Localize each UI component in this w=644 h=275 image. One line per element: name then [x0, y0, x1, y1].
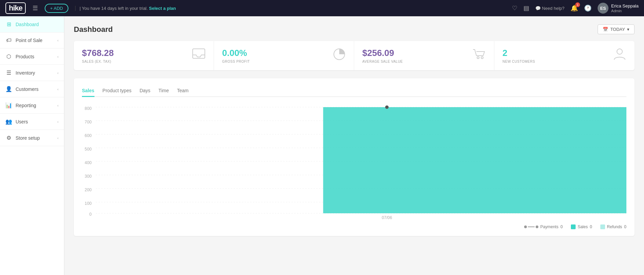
user-menu[interactable]: ES Erica Seppala Admin	[598, 3, 639, 14]
add-button[interactable]: + ADD	[45, 4, 68, 13]
main-content: Dashboard 📅 TODAY ▾ $768.28 SALES (EX. T…	[64, 16, 644, 275]
customers-icon: 👤	[5, 86, 12, 92]
sales-bar	[323, 107, 626, 213]
tab-time[interactable]: Time	[158, 85, 169, 97]
tab-days[interactable]: Days	[139, 85, 150, 97]
sidebar-label: Customers	[16, 86, 54, 92]
legend-refunds: Refunds 0	[600, 224, 626, 229]
sales-chart: 800 700 600 500 400 300 200 100 0	[82, 104, 626, 219]
menu-toggle-icon[interactable]: ☰	[33, 4, 38, 12]
sales-legend-square	[571, 224, 576, 229]
pos-icon: 🏷	[5, 37, 12, 43]
refunds-legend-square	[600, 224, 605, 229]
stat-card-avg-sale: $256.09 AVERAGE SALE VALUE	[354, 41, 494, 70]
sidebar-item-reporting[interactable]: 📊 Reporting ‹	[0, 97, 64, 114]
chart-tabs: Sales Product types Days Time Team	[82, 85, 626, 97]
app-logo: hike	[5, 2, 26, 14]
svg-text:100: 100	[85, 201, 92, 206]
gross-profit-label: GROSS PROFIT	[222, 60, 250, 63]
sidebar-item-products[interactable]: ⬡ Products ‹	[0, 48, 64, 65]
stat-card-new-customers: 2 NEW CUSTOMERS	[494, 41, 635, 70]
gross-profit-value: 0.00%	[222, 48, 250, 58]
sidebar-label: Point of Sale	[16, 38, 54, 43]
data-point	[385, 105, 389, 109]
sidebar-item-dashboard[interactable]: ⊞ Dashboard	[0, 16, 64, 33]
svg-text:0: 0	[89, 212, 92, 217]
svg-text:07/06: 07/06	[382, 215, 392, 219]
sales-legend-label: Sales	[578, 224, 588, 229]
stat-card-gross-profit: 0.00% GROSS PROFIT	[214, 41, 354, 70]
notification-badge: 1	[575, 2, 580, 7]
payments-legend-dot2	[536, 225, 538, 228]
sidebar-label: Inventory	[16, 70, 54, 76]
favorites-icon[interactable]: ♡	[512, 4, 517, 12]
svg-point-2	[477, 57, 479, 59]
svg-text:800: 800	[85, 106, 92, 111]
sidebar: ⊞ Dashboard 🏷 Point of Sale ‹ ⬡ Products…	[0, 16, 64, 275]
sales-legend-value: 0	[590, 224, 592, 229]
inbox-icon	[192, 48, 206, 63]
messages-icon[interactable]: ▤	[523, 4, 529, 12]
trial-notice: | You have 14 days left in your trial. S…	[75, 6, 176, 11]
help-chat-icon: 💬	[535, 6, 541, 11]
tab-sales[interactable]: Sales	[82, 85, 94, 97]
refunds-legend-label: Refunds	[607, 224, 622, 229]
date-picker-button[interactable]: 📅 TODAY ▾	[598, 24, 635, 34]
username: Erica Seppala	[611, 3, 639, 9]
sidebar-label: Reporting	[16, 103, 54, 108]
help-button[interactable]: 💬 Need help?	[535, 6, 565, 11]
svg-text:300: 300	[85, 174, 92, 179]
page-title: Dashboard	[74, 25, 113, 34]
main-header: Dashboard 📅 TODAY ▾	[74, 24, 635, 34]
chevron-icon: ‹	[57, 55, 59, 59]
sidebar-item-inventory[interactable]: ☰ Inventory ‹	[0, 65, 64, 81]
avg-sale-label: AVERAGE SALE VALUE	[362, 60, 403, 63]
avg-sale-value: $256.09	[362, 48, 403, 58]
person-icon	[613, 48, 626, 63]
avatar: ES	[598, 3, 608, 14]
clock-icon[interactable]: 🕐	[584, 4, 592, 12]
user-role: Admin	[611, 9, 639, 13]
chevron-icon: ‹	[57, 136, 59, 140]
new-customers-value: 2	[502, 48, 535, 58]
chevron-icon: ‹	[57, 103, 59, 107]
top-navigation: hike ☰ + ADD | You have 14 days left in …	[0, 0, 644, 16]
new-customers-label: NEW CUSTOMERS	[502, 60, 535, 63]
store-setup-icon: ⚙	[5, 135, 12, 141]
notifications-icon[interactable]: 🔔 1	[571, 4, 578, 12]
payments-legend-dot	[524, 225, 527, 228]
svg-text:200: 200	[85, 188, 92, 192]
users-icon: 👥	[5, 118, 12, 125]
sidebar-label: Dashboard	[16, 22, 59, 27]
chevron-icon: ‹	[57, 38, 59, 42]
legend-sales: Sales 0	[571, 224, 592, 229]
sales-label: SALES (EX. TAX)	[82, 60, 114, 63]
chart-section: Sales Product types Days Time Team 800 7…	[74, 78, 635, 236]
sidebar-item-users[interactable]: 👥 Users ‹	[0, 114, 64, 130]
chevron-icon: ‹	[57, 71, 59, 75]
svg-text:500: 500	[85, 147, 92, 152]
cart-icon	[472, 48, 486, 63]
chevron-icon: ‹	[57, 120, 59, 124]
dashboard-icon: ⊞	[5, 21, 12, 27]
stat-card-sales: $768.28 SALES (EX. TAX)	[74, 41, 214, 70]
chart-container: 800 700 600 500 400 300 200 100 0	[82, 104, 626, 220]
tab-product-types[interactable]: Product types	[103, 85, 132, 97]
sidebar-label: Store setup	[16, 135, 54, 141]
tab-team[interactable]: Team	[177, 85, 189, 97]
select-plan-link[interactable]: Select a plan	[149, 6, 176, 11]
sidebar-item-store-setup[interactable]: ⚙ Store setup ‹	[0, 130, 64, 146]
sidebar-item-point-of-sale[interactable]: 🏷 Point of Sale ‹	[0, 33, 64, 48]
sidebar-label: Products	[16, 54, 54, 59]
chevron-down-icon: ▾	[627, 27, 629, 32]
svg-text:400: 400	[85, 160, 92, 165]
products-icon: ⬡	[5, 53, 12, 60]
legend-payments: Payments 0	[524, 224, 563, 229]
sidebar-item-customers[interactable]: 👤 Customers ‹	[0, 81, 64, 97]
reporting-icon: 📊	[5, 102, 12, 109]
sidebar-label: Users	[16, 119, 54, 124]
chevron-icon: ‹	[57, 87, 59, 91]
chart-legend: Payments 0 Sales 0 Refunds 0	[82, 224, 626, 229]
payments-legend-label: Payments	[540, 224, 558, 229]
refunds-legend-value: 0	[624, 224, 626, 229]
